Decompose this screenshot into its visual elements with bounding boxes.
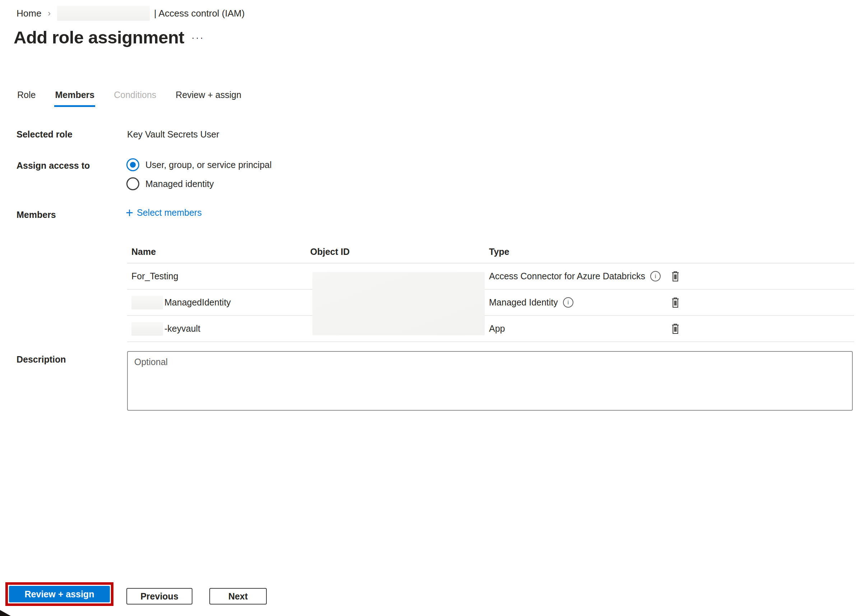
previous-button[interactable]: Previous [126,588,192,605]
trash-icon [670,297,681,308]
members-table: Name Object ID Type For_Testing Access C… [127,240,854,342]
red-highlight-annotation: Review + assign [5,582,113,606]
chevron-right-icon: › [48,9,50,18]
select-members-label: Select members [137,207,202,218]
info-icon[interactable]: i [650,271,661,281]
breadcrumb-home-link[interactable]: Home [17,8,41,19]
table-row: -keyvault App [127,316,854,342]
delete-member-button[interactable] [668,269,691,284]
breadcrumb: Home › | Access control (IAM) [17,5,245,22]
tab-review-assign[interactable]: Review + assign [175,90,242,107]
tab-role[interactable]: Role [17,90,36,107]
table-header-row: Name Object ID Type [127,240,854,264]
page-title: Add role assignment [14,27,184,47]
radio-unselected-icon [126,178,139,190]
review-assign-button[interactable]: Review + assign [9,586,110,602]
cursor-arrow [0,607,11,616]
trash-icon [670,271,681,282]
member-name: For_Testing [127,271,310,281]
description-label: Description [17,354,66,365]
selected-role-value: Key Vault Secrets User [127,129,219,140]
members-label: Members [17,209,56,220]
delete-member-button[interactable] [668,321,691,337]
tab-conditions: Conditions [113,90,157,107]
member-name: ManagedIdentity [127,296,310,310]
description-input[interactable] [127,351,853,411]
plus-icon: + [126,208,133,218]
more-options-icon[interactable]: ··· [192,32,204,44]
delete-member-button[interactable] [668,295,691,311]
assign-access-to-radio-group: User, group, or service principal Manage… [126,157,272,195]
redacted-object-id-block [313,272,485,335]
breadcrumb-current: | Access control (IAM) [154,8,245,19]
wizard-tabs: Role Members Conditions Review + assign [17,90,242,107]
column-header-name: Name [127,247,310,257]
table-row: ManagedIdentity Managed Identity i [127,290,854,316]
radio-managed-identity[interactable]: Managed identity [126,176,272,192]
assign-access-to-label: Assign access to [17,160,90,171]
member-name: -keyvault [127,322,310,336]
redacted-name-prefix [131,296,163,310]
redacted-name-prefix [131,322,163,336]
member-type: Access Connector for Azure Databricks i [489,271,668,281]
info-icon[interactable]: i [563,297,573,308]
radio-selected-icon [126,158,139,171]
column-header-object-id: Object ID [310,247,489,257]
member-type: Managed Identity i [489,297,668,308]
add-role-assignment-page: Home › | Access control (IAM) Add role a… [0,0,861,616]
column-header-type: Type [489,247,668,257]
table-row: For_Testing Access Connector for Azure D… [127,264,854,290]
select-members-link[interactable]: + Select members [126,207,202,218]
trash-icon [670,323,681,335]
member-type: App [489,324,668,334]
selected-role-label: Selected role [17,129,72,140]
radio-user-group-service-principal[interactable]: User, group, or service principal [126,157,272,173]
next-button[interactable]: Next [209,588,267,605]
tab-members[interactable]: Members [54,90,95,107]
redacted-resource-name [57,6,150,21]
